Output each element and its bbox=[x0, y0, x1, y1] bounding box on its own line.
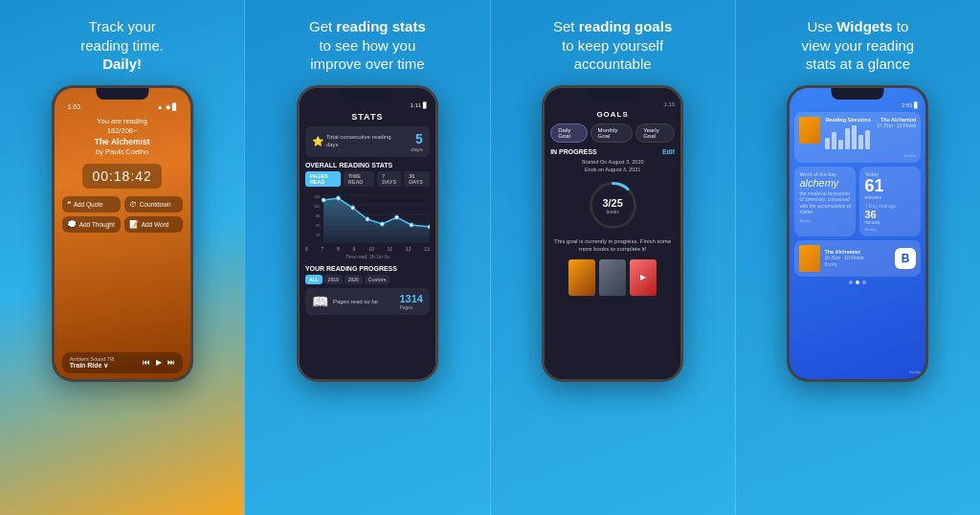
bar-4 bbox=[845, 128, 850, 149]
today-unit: minutes bbox=[864, 194, 916, 200]
pages-label: Pages read so far bbox=[333, 299, 395, 304]
status-time-4: 2:51 bbox=[902, 102, 913, 108]
widget-sessions-content: Reading Sessions bbox=[799, 117, 916, 152]
svg-text:60: 60 bbox=[316, 222, 321, 227]
tab-yearly-goal[interactable]: Yearly Goal bbox=[635, 123, 675, 143]
phone-notch-3 bbox=[587, 88, 639, 100]
tab-2020[interactable]: 2020 bbox=[345, 275, 363, 284]
bar-6 bbox=[858, 135, 863, 149]
in-progress-header: IN PROGRESS Edit bbox=[550, 148, 675, 155]
alch-cover-widget bbox=[799, 117, 820, 144]
phone-notch-2 bbox=[341, 88, 393, 100]
end-date: Ends on August 3, 2021 bbox=[550, 166, 675, 173]
time-read-label: Time read: 2h 1m 0s bbox=[305, 254, 430, 259]
goal-total: 25 bbox=[612, 197, 623, 209]
alch-time: 1h 31m bbox=[824, 255, 840, 260]
bar-1 bbox=[825, 138, 830, 149]
status-time-1: 1:03 bbox=[68, 103, 81, 111]
ambient-track[interactable]: Train Ride ∨ bbox=[70, 362, 115, 369]
countdown-icon: ⏱ bbox=[129, 200, 137, 209]
pages-unit: Pages bbox=[399, 304, 422, 310]
book-cover-3: ▶ bbox=[630, 259, 657, 296]
status-bar-4: 2:51 ▊ bbox=[794, 101, 921, 108]
tab-custom[interactable]: Custom bbox=[365, 275, 390, 284]
edit-button[interactable]: Edit bbox=[662, 148, 675, 155]
alch-pages: 10 Finish bbox=[844, 255, 863, 260]
svg-point-11 bbox=[336, 196, 340, 200]
tab-time-read[interactable]: TIME READ bbox=[344, 171, 375, 187]
tab-pages-read[interactable]: PAGES READ bbox=[305, 171, 341, 187]
svg-point-10 bbox=[322, 198, 325, 202]
tab-2019[interactable]: 2019 bbox=[324, 275, 343, 284]
panel-track-reading: Track your reading time. Daily! 1:03 ▲ ◆… bbox=[0, 0, 244, 515]
phone-2-screen: 1:11 ▊ STATS ⭐ Total consecutive reading… bbox=[300, 88, 435, 379]
word-definition: the medieval forerunner of chemistry, co… bbox=[799, 190, 851, 215]
alch-info: The Alchemist 1h 31m · 10 Finish Bookly bbox=[824, 249, 890, 267]
add-thought-label: Add Thought bbox=[79, 221, 115, 228]
stats-section-title: OVERALL READING STATS bbox=[305, 162, 430, 168]
panel-2-title: Get reading statsto see how youimprove o… bbox=[309, 17, 426, 74]
avg-unit: minutes bbox=[864, 220, 916, 225]
widget-reading-sessions: Reading Sessions bbox=[794, 112, 921, 163]
bookly-b-logo: B bbox=[895, 248, 917, 269]
svg-point-14 bbox=[380, 222, 384, 226]
play-button[interactable]: ▶ bbox=[156, 358, 162, 367]
start-date: Started On August 3, 2020 bbox=[550, 158, 675, 166]
phone-2: 1:11 ▊ STATS ⭐ Total consecutive reading… bbox=[297, 85, 438, 382]
panel-1-title: Track your reading time. Daily! bbox=[80, 17, 164, 74]
streak-unit: days bbox=[411, 146, 423, 152]
widget-book-pages: 10 Finish bbox=[897, 123, 916, 128]
widget-alchemist: The Alchemist 1h 31m · 10 Finish Bookly … bbox=[794, 240, 921, 277]
phone-notch-4 bbox=[832, 88, 884, 100]
next-button[interactable]: ⏭ bbox=[167, 358, 175, 367]
dot-1 bbox=[849, 280, 853, 284]
page-dots bbox=[794, 280, 921, 284]
book-covers: ▶ bbox=[550, 259, 675, 296]
dot-2 bbox=[856, 280, 859, 284]
ambient-player: Ambient Sound 7/8 Train Ride ∨ ⏮ ▶ ⏭ bbox=[62, 352, 183, 373]
bookly-tag-4: Bookly bbox=[824, 262, 890, 267]
avg-number: 36 bbox=[864, 209, 916, 220]
svg-point-13 bbox=[366, 217, 369, 221]
widget-sessions-title: Reading Sessions bbox=[825, 117, 872, 123]
panel-reading-goals: Set reading goalsto keep yourselfaccount… bbox=[490, 0, 735, 515]
book-cover-2 bbox=[599, 259, 626, 296]
panel-4-title: Use Widgets toview your readingstats at … bbox=[802, 17, 915, 74]
book-title: The Alchemist bbox=[95, 137, 150, 148]
bar-3 bbox=[838, 140, 843, 149]
alch-cover-2 bbox=[799, 245, 820, 272]
phone-1: 1:03 ▲ ◆ ▊ You are reading 182/208~ The … bbox=[52, 85, 193, 382]
widget-alch-time: 1h 31m · 10 Finish bbox=[877, 123, 916, 128]
countdown-button[interactable]: ⏱ Countdown bbox=[124, 196, 183, 213]
title-bold: Daily! bbox=[102, 56, 142, 72]
phone-1-screen: 1:03 ▲ ◆ ▊ You are reading 182/208~ The … bbox=[55, 88, 190, 379]
book-info: You are reading 182/208~ The Alchemist b… bbox=[95, 117, 150, 158]
today-number: 61 bbox=[864, 177, 916, 194]
ambient-info: Ambient Sound 7/8 Train Ride ∨ bbox=[70, 356, 115, 369]
prev-button[interactable]: ⏮ bbox=[143, 358, 150, 367]
chart-x-labels: 678910111213 bbox=[305, 246, 430, 252]
streak-label: Total consecutive reading days bbox=[326, 134, 393, 149]
add-thought-button[interactable]: 💭 Add Thought bbox=[62, 216, 121, 233]
tab-monthly-goal[interactable]: Monthly Goal bbox=[590, 123, 634, 143]
add-word-button[interactable]: 📝 Add Word bbox=[124, 216, 183, 233]
panel-reading-stats: Get reading statsto see how youimprove o… bbox=[244, 0, 489, 515]
add-quote-button[interactable]: ❝ Add Quote bbox=[62, 196, 121, 213]
bookly-tag-3: Bookly bbox=[864, 227, 916, 232]
panel-3-title: Set reading goalsto keep yourselfaccount… bbox=[553, 17, 672, 74]
circle-fraction: 3/25 bbox=[602, 197, 622, 209]
book-icon: 📖 bbox=[312, 294, 328, 309]
tab-daily-goal[interactable]: Daily Goal bbox=[550, 123, 587, 143]
status-icons-1: ▲ ◆ ▊ bbox=[157, 103, 177, 111]
goal-message: This goal is currently in progress. Fini… bbox=[550, 237, 675, 254]
stats-tabs: PAGES READ TIME READ 7 DAYS 30 DAYS bbox=[305, 171, 430, 187]
tab-30days[interactable]: 30 DAYS bbox=[404, 171, 430, 187]
tab-all[interactable]: ALL bbox=[305, 275, 323, 284]
goal-progress-circle: 3/25 books bbox=[587, 179, 639, 232]
book-reading-label: You are reading bbox=[95, 117, 150, 127]
add-quote-label: Add Quote bbox=[74, 201, 103, 208]
widget-sessions-info: Reading Sessions bbox=[825, 117, 872, 152]
svg-text:100: 100 bbox=[314, 203, 321, 208]
tab-7days[interactable]: 7 DAYS bbox=[377, 171, 401, 187]
goal-unit: books bbox=[602, 209, 622, 214]
